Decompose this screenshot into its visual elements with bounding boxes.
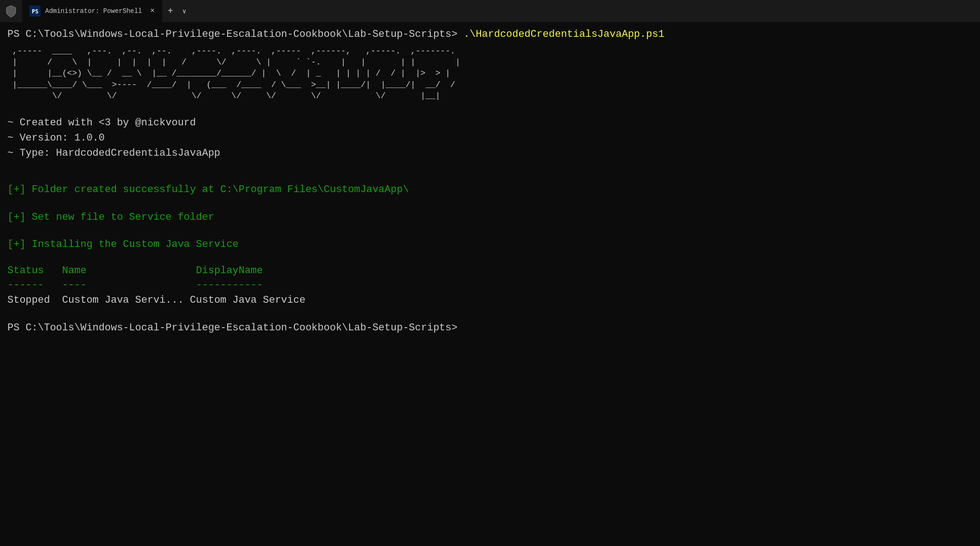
name-header: Name <box>62 265 87 276</box>
new-tab-button[interactable]: + <box>162 6 179 17</box>
success-line-1: [+] Folder created successfully at C:\Pr… <box>7 181 973 198</box>
info-version: ~ Version: 1.0.0 <box>7 130 973 146</box>
blank1 <box>7 105 973 115</box>
final-prompt-line: PS C:\Tools\Windows-Local-Privilege-Esca… <box>7 320 973 336</box>
prompt-text: PS C:\Tools\Windows-Local-Privilege-Esca… <box>7 29 464 40</box>
row-status: Stopped <box>7 294 50 306</box>
name-separator: ---- <box>62 279 87 291</box>
blank3 <box>7 171 973 181</box>
success-line-3: [+] Installing the Custom Java Service <box>7 236 973 253</box>
status-header: Status <box>7 265 44 276</box>
command-text: .\HardcodedCredentialsJavaApp.ps1 <box>464 29 664 40</box>
info-type: ~ Type: HardcodedCredentialsJavaApp <box>7 146 973 161</box>
info-created: ~ Created with <3 by @nickvourd <box>7 115 973 130</box>
tab-title: Administrator: PowerShell <box>45 7 142 15</box>
terminal-body: PS C:\Tools\Windows-Local-Privilege-Esca… <box>0 22 980 546</box>
active-tab[interactable]: PS Administrator: PowerShell × <box>22 0 162 22</box>
tab-close-button[interactable]: × <box>150 7 155 15</box>
row-name: Custom Java Servi... <box>62 294 184 306</box>
prompt-command-line: PS C:\Tools\Windows-Local-Privilege-Esca… <box>7 28 973 42</box>
blank6 <box>7 253 973 263</box>
titlebar: PS Administrator: PowerShell × + ∨ <box>0 0 980 22</box>
table-data-row: Stopped Custom Java Servi... Custom Java… <box>7 293 973 308</box>
blank7 <box>7 308 973 318</box>
powershell-icon: PS <box>29 6 41 17</box>
windows-terminal-shield-icon <box>4 4 18 18</box>
row-displayname: Custom Java Service <box>190 294 305 306</box>
svg-text:PS: PS <box>32 8 38 15</box>
displayname-separator: ----------- <box>196 279 263 291</box>
blank5 <box>7 226 973 236</box>
status-separator: ------ <box>7 279 44 291</box>
success-line-2: [+] Set new file to Service folder <box>7 209 973 226</box>
blank4 <box>7 199 973 209</box>
table-header-row: Status Name DisplayName <box>7 263 973 278</box>
displayname-header: DisplayName <box>196 265 263 276</box>
table-separator-row: ------ ---- ----------- <box>7 278 973 293</box>
blank2 <box>7 161 973 171</box>
tab-dropdown-button[interactable]: ∨ <box>179 7 190 15</box>
ascii-art-banner: ,----- ____ ,---. ,--. ,--. ,----. ,----… <box>7 46 973 101</box>
